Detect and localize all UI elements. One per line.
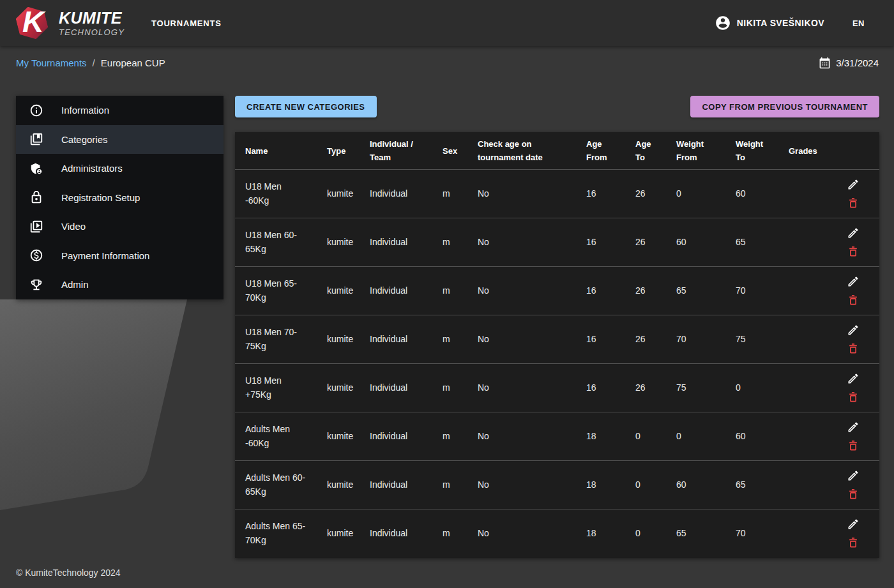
sidebar-item-label: Information [61, 105, 109, 116]
delete-row-button[interactable] [846, 196, 860, 210]
table-row: U18 Men 60-65Kg kumite Individual m No 1… [235, 218, 879, 267]
delete-row-button[interactable] [846, 487, 860, 501]
cell-name: U18 Men +75Kg [235, 364, 317, 412]
cell-grades [778, 412, 826, 461]
table-row: U18 Men +75Kg kumite Individual m No 16 … [235, 364, 879, 412]
edit-row-button[interactable] [846, 226, 860, 240]
sidebar-item-label: Payment Information [61, 250, 149, 261]
cell-weight-from: 65 [666, 267, 725, 315]
delete-row-button[interactable] [846, 439, 860, 453]
cell-age-from: 16 [576, 170, 625, 218]
sidebar-item-information[interactable]: Information [16, 96, 224, 125]
video-library-icon [29, 219, 44, 234]
delete-row-button[interactable] [846, 245, 860, 259]
cell-type: kumite [317, 267, 360, 315]
language-switcher[interactable]: EN [852, 19, 865, 28]
cell-sex: m [432, 412, 467, 461]
cell-weight-from: 0 [666, 412, 725, 461]
cell-name: Adults Men -60Kg [235, 412, 317, 461]
col-name: Name [235, 132, 317, 170]
sidebar-item-label: Video [61, 221, 86, 232]
cell-check-age: No [467, 461, 576, 509]
edit-row-button[interactable] [846, 372, 860, 386]
cell-individual-team: Individual [360, 461, 432, 509]
breadcrumb-separator: / [93, 57, 95, 68]
sidebar: Information Categories Administrators Re… [16, 96, 224, 299]
breadcrumb-current: European CUP [101, 57, 165, 68]
sidebar-item-label: Categories [61, 134, 108, 145]
breadcrumb-my-tournaments[interactable]: My Tournaments [16, 57, 87, 68]
cell-grades [778, 218, 826, 267]
delete-row-button[interactable] [846, 293, 860, 307]
delete-row-button[interactable] [846, 342, 860, 356]
edit-icon [847, 518, 860, 531]
create-new-categories-button[interactable]: CREATE NEW CATEGORIES [235, 96, 377, 117]
cell-sex: m [432, 364, 467, 412]
cell-type: kumite [317, 461, 360, 509]
edit-row-button[interactable] [846, 469, 860, 483]
edit-row-button[interactable] [846, 275, 860, 289]
cell-age-from: 18 [576, 412, 625, 461]
delete-row-button[interactable] [846, 536, 860, 550]
edit-row-button[interactable] [846, 177, 860, 192]
user-menu[interactable]: NIKITA SVEŠNIKOV [715, 15, 824, 31]
sidebar-item-payment-information[interactable]: Payment Information [16, 241, 224, 271]
cell-weight-to: 70 [725, 509, 778, 558]
categories-table: Name Type Individual / Team Sex Check ag… [235, 132, 879, 558]
cell-individual-team: Individual [360, 364, 432, 412]
sidebar-item-admin[interactable]: Admin [16, 270, 224, 299]
table-row: Adults Men 60-65Kg kumite Individual m N… [235, 461, 879, 509]
table-row: U18 Men 65-70Kg kumite Individual m No 1… [235, 267, 879, 315]
edit-icon [847, 324, 860, 336]
cell-grades [778, 364, 826, 412]
cell-age-from: 16 [576, 267, 625, 315]
categories-icon [29, 132, 44, 147]
cell-actions [826, 509, 879, 558]
cell-actions [826, 412, 879, 461]
delete-icon [847, 245, 860, 258]
cell-weight-to: 65 [725, 218, 778, 267]
nav-tournaments[interactable]: TOURNAMENTS [151, 19, 222, 28]
cell-age-from: 16 [576, 364, 625, 412]
col-check-age: Check age on tournament date [467, 132, 576, 170]
sidebar-item-categories[interactable]: Categories [16, 125, 224, 155]
cell-check-age: No [467, 364, 576, 412]
date-text: 3/31/2024 [836, 57, 879, 68]
col-sex: Sex [432, 132, 467, 170]
edit-icon [847, 469, 860, 482]
copy-from-previous-tournament-button[interactable]: COPY FROM PREVIOUS TOURNAMENT [690, 96, 879, 117]
delete-icon [847, 342, 860, 355]
cell-weight-to: 60 [725, 412, 778, 461]
delete-row-button[interactable] [846, 390, 860, 404]
cell-sex: m [432, 461, 467, 509]
edit-icon [847, 275, 860, 288]
cell-check-age: No [467, 170, 576, 218]
cell-type: kumite [317, 170, 360, 218]
sidebar-item-video[interactable]: Video [16, 212, 224, 241]
cell-age-from: 16 [576, 218, 625, 267]
sidebar-item-registration-setup[interactable]: Registration Setup [16, 183, 224, 213]
brand-name: KUMITE [59, 10, 125, 26]
table-row: U18 Men 70-75Kg kumite Individual m No 1… [235, 315, 879, 364]
sidebar-item-administrators[interactable]: Administrators [16, 154, 224, 183]
background-swoosh [0, 299, 187, 510]
cell-age-from: 18 [576, 461, 625, 509]
cell-individual-team: Individual [360, 218, 432, 267]
edit-row-button[interactable] [846, 517, 860, 531]
cell-weight-to: 75 [725, 315, 778, 364]
cell-age-to: 26 [625, 218, 666, 267]
cell-weight-to: 70 [725, 267, 778, 315]
app-page: K KUMITE TECHNOLOGY TOURNAMENTS NIKITA S… [0, 0, 894, 588]
cell-age-to: 26 [625, 267, 666, 315]
account-circle-icon [715, 15, 731, 31]
edit-row-button[interactable] [846, 323, 860, 337]
table-row: Adults Men -60Kg kumite Individual m No … [235, 412, 879, 461]
cell-sex: m [432, 267, 467, 315]
brand-logo[interactable]: K KUMITE TECHNOLOGY [15, 4, 125, 41]
delete-icon [847, 197, 860, 209]
cell-sex: m [432, 170, 467, 218]
edit-row-button[interactable] [846, 420, 860, 434]
user-name: NIKITA SVEŠNIKOV [737, 18, 824, 28]
cell-type: kumite [317, 412, 360, 461]
col-individual-team: Individual / Team [360, 132, 432, 170]
